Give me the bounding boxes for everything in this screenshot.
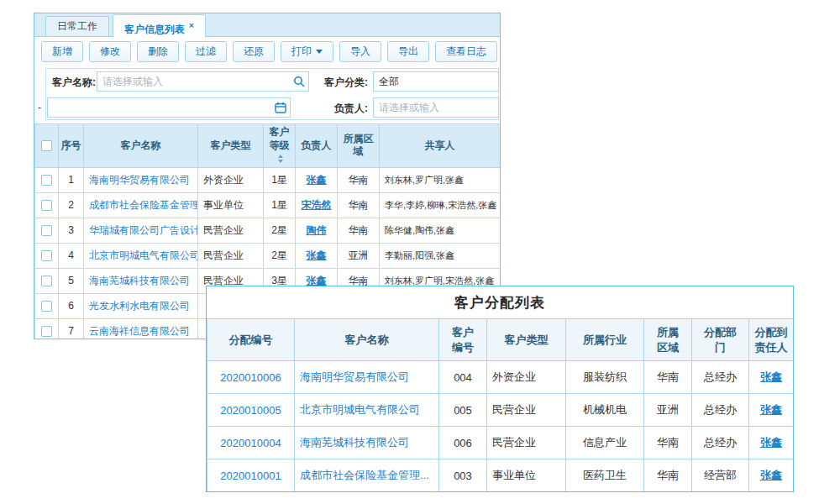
allocation-no-link[interactable]: 2020010004 (220, 437, 281, 449)
customer-name-link-cell: 华瑞城有限公司广告设计部 (84, 218, 198, 243)
allocation-no-link-cell: 2020010006 (207, 361, 295, 394)
shared-persons: 陈华健,陶伟,张鑫 (380, 218, 501, 243)
modify-button[interactable]: 修改 (89, 41, 131, 62)
allocation-no-link[interactable]: 2020010006 (220, 371, 281, 384)
customer-type: 外资企业 (198, 167, 264, 192)
import-button[interactable]: 导入 (339, 41, 381, 62)
customer-name-label: 客户名称: (52, 76, 96, 90)
owner-link-cell: 张鑫 (296, 167, 338, 192)
row-checkbox[interactable] (41, 200, 52, 211)
delete-button[interactable]: 删除 (137, 41, 179, 62)
tab-daily-work-label: 日常工作 (57, 20, 97, 32)
filter-section: 客户名称: 客户分类: - 负责人: (34, 66, 500, 123)
select-all-checkbox[interactable] (41, 140, 52, 151)
department: 总经办 (692, 427, 749, 459)
row-checkbox[interactable] (41, 225, 52, 236)
col-header-customer-level[interactable]: 客户等级 (264, 124, 296, 168)
allocation-panel-title: 客户分配列表 (207, 286, 793, 318)
sort-icon[interactable] (278, 155, 283, 163)
owner-filter (373, 97, 499, 118)
industry: 服装纺织 (566, 361, 644, 394)
row-checkbox[interactable] (41, 276, 52, 286)
customer-name-link[interactable]: 华瑞城有限公司广告设计部 (89, 224, 198, 236)
row-checkbox[interactable] (41, 301, 52, 312)
customer-name-link[interactable]: 海南明华贸易有限公司 (300, 370, 409, 383)
region: 华南 (338, 218, 380, 243)
customer-no: 005 (439, 394, 487, 427)
region: 华南 (338, 167, 380, 192)
table-row: 1海南明华贸易有限公司外资企业1星张鑫华南刘东林,罗广明,张鑫 (35, 167, 501, 192)
col-header-customer-type: 客户类型 (198, 124, 264, 168)
export-button[interactable]: 导出 (387, 41, 429, 62)
calendar-icon[interactable] (275, 102, 286, 113)
customer-type: 外资企业 (487, 361, 566, 394)
tab-close-icon[interactable]: × (189, 21, 194, 30)
customer-no: 006 (439, 427, 487, 459)
tab-customer-info-list[interactable]: 客户信息列表× (113, 14, 206, 37)
tab-daily-work[interactable]: 日常工作 (45, 16, 109, 36)
owner-label: 负责人: (334, 102, 368, 116)
row-select-cell (35, 218, 59, 243)
owner-link[interactable]: 张鑫 (307, 174, 327, 186)
region: 亚洲 (644, 394, 692, 427)
customer-name-link-cell: 北京市明城电气有限公司 (84, 243, 198, 268)
customer-name-link[interactable]: 海南芜城科技有限公司 (300, 436, 409, 449)
customer-name-link[interactable]: 光发水利水电有限公司 (89, 300, 190, 312)
row-index: 5 (59, 268, 84, 293)
customer-name-link[interactable]: 海南明华贸易有限公司 (89, 174, 190, 186)
customer-name-link[interactable]: 云南海祥信息有限公司 (89, 325, 190, 337)
print-button[interactable]: 打印 (281, 41, 333, 62)
customer-type: 事业单位 (198, 192, 264, 218)
owner-link[interactable]: 张鑫 (307, 249, 327, 261)
row-checkbox[interactable] (41, 250, 52, 261)
department: 总经办 (692, 361, 749, 394)
assignee-link[interactable]: 张鑫 (760, 370, 782, 383)
row-select-cell (35, 268, 59, 293)
owner-link[interactable]: 张鑫 (307, 275, 327, 286)
allocation-no-link[interactable]: 2020010005 (220, 404, 281, 417)
filter-button[interactable]: 过滤 (185, 41, 227, 62)
row-index: 4 (59, 243, 84, 268)
department: 总经办 (692, 394, 749, 427)
owner-link[interactable]: 陶伟 (307, 224, 327, 236)
owner-input[interactable] (373, 97, 499, 118)
shared-persons: 李勤丽,阳强,张鑫 (380, 243, 501, 268)
restore-button[interactable]: 还原 (233, 41, 275, 62)
customer-name-link[interactable]: 海南芜城科技有限公司 (89, 275, 190, 286)
customer-type: 事业单位 (487, 459, 566, 492)
customer-name-link[interactable]: 成都市社会保险基金管理... (300, 469, 429, 481)
assignee-link[interactable]: 张鑫 (760, 436, 782, 449)
category-select[interactable] (373, 71, 499, 92)
date-input[interactable] (47, 97, 291, 118)
row-checkbox[interactable] (41, 175, 52, 186)
allocation-no-link-cell: 2020010004 (207, 427, 295, 459)
customer-name-link-cell: 海南明华贸易有限公司 (295, 361, 439, 394)
region: 华南 (644, 361, 692, 394)
customer-name-input[interactable] (97, 71, 309, 92)
customer-category-label: 客户分类: (324, 76, 368, 90)
col-header-owner: 负责人 (296, 124, 338, 168)
customer-name-link[interactable]: 北京市明城电气有限公司 (300, 403, 420, 416)
customer-category-filter (373, 71, 499, 92)
customer-no: 003 (439, 459, 487, 492)
search-icon[interactable] (293, 76, 305, 87)
table-row: 4北京市明城电气有限公司民营企业2星张鑫亚洲李勤丽,阳强,张鑫 (35, 243, 501, 268)
add-button[interactable]: 新增 (41, 41, 83, 62)
col-header-customer-no: 客户编号 (439, 319, 487, 361)
customer-name-link[interactable]: 成都市社会保险基金管理... (89, 199, 198, 211)
customer-name-link-cell: 成都市社会保险基金管理... (295, 459, 439, 492)
region: 华南 (644, 459, 692, 492)
assignee-link[interactable]: 张鑫 (760, 469, 782, 481)
row-index: 7 (59, 318, 84, 339)
customer-name-link-cell: 海南芜城科技有限公司 (84, 268, 198, 293)
owner-link[interactable]: 宋浩然 (302, 199, 332, 211)
allocation-no-link-cell: 2020010001 (207, 459, 295, 492)
view-log-button[interactable]: 查看日志 (435, 41, 497, 62)
row-checkbox[interactable] (41, 326, 52, 337)
assignee-link[interactable]: 张鑫 (760, 403, 782, 416)
shared-persons: 李华,李婷,柳琳,宋浩然,张鑫 (380, 192, 501, 218)
allocation-no-link[interactable]: 2020010001 (220, 470, 281, 482)
customer-name-link[interactable]: 北京市明城电气有限公司 (89, 249, 198, 261)
industry: 信息产业 (566, 427, 644, 459)
col-header-customer-name: 客户名称 (295, 319, 439, 361)
